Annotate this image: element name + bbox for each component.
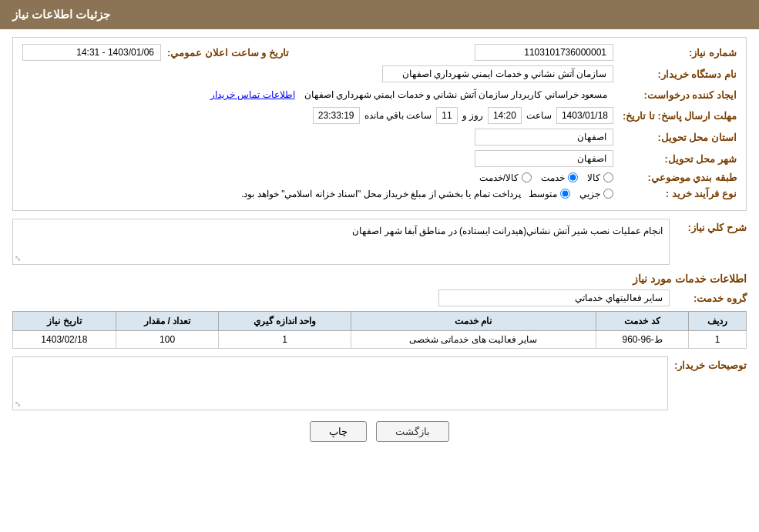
col-quantity: تعداد / مقدار (116, 312, 219, 331)
reply-deadline-label: مهلت ارسال پاسخ: تا تاريخ: (613, 110, 737, 122)
reply-deadline-row: مهلت ارسال پاسخ: تا تاريخ: 1403/01/18 سا… (22, 107, 737, 124)
reply-time-label: ساعت (522, 110, 556, 121)
category-radio-kalakhedmat[interactable] (522, 172, 532, 182)
need-desc-row: شرح کلي نياز: انجام عمليات نصب شير آتش ن… (12, 219, 747, 265)
category-option-khedmat: خدمت (541, 172, 578, 183)
main-content: شماره نياز: 1103101736000001 تاريخ و ساع… (0, 29, 759, 457)
need-number-label: شماره نياز: (613, 47, 737, 59)
col-row-num: رديف (689, 312, 747, 331)
reply-days: 11 (436, 107, 457, 124)
province-row: استان محل تحويل: اصفهان (22, 129, 737, 146)
purchase-type-label: نوع فرآيند خريد : (613, 188, 737, 199)
back-button[interactable]: بازگشت (376, 421, 449, 442)
need-desc-value: انجام عمليات نصب شير آتش نشاني(هيدرانت ا… (352, 226, 663, 236)
col-date: تاريخ نياز (13, 312, 116, 331)
service-group-label: گروه خدمت: (670, 293, 747, 304)
cell-unit: 1 (219, 331, 351, 349)
need-desc-box: انجام عمليات نصب شير آتش نشاني(هيدرانت ا… (12, 219, 670, 265)
reply-time: 14:20 (488, 107, 522, 124)
need-number-row: شماره نياز: 1103101736000001 تاريخ و ساع… (22, 44, 737, 61)
buyer-org-row: نام دستگاه خريدار: سازمان آتش نشاني و خد… (22, 65, 737, 82)
col-name: نام خدمت (351, 312, 596, 331)
buyer-desc-box: ⤡ (12, 356, 668, 410)
province-value: اصفهان (475, 129, 613, 146)
requester-row: ايجاد کننده درخواست: مسعود خراساني کاربر… (22, 87, 737, 102)
resize-icon-desc: ⤡ (15, 400, 21, 408)
table-row: 1 ط-96-960 سایر فعالیت های خدماتی شخصی 1… (13, 331, 747, 349)
city-row: شهر محل تحويل: اصفهان (22, 150, 737, 167)
purchase-type-radio-motavaset[interactable] (560, 189, 570, 199)
page-wrapper: جزئيات اطلاعات نياز شماره نياز: 11031017… (0, 0, 759, 532)
reply-remaining: 23:33:19 (313, 107, 360, 124)
cell-code: ط-96-960 (596, 331, 688, 349)
reply-date: 1403/01/18 (556, 107, 613, 124)
category-label: طبقه بندي موضوعي: (613, 172, 737, 183)
buyer-org-label: نام دستگاه خريدار: (613, 69, 737, 80)
col-code: کد خدمت (596, 312, 688, 331)
page-title: جزئيات اطلاعات نياز (12, 8, 110, 21)
category-row: طبقه بندي موضوعي: کالا خدمت کالا/خدمت (22, 172, 737, 183)
need-desc-label: شرح کلي نياز: (670, 219, 747, 233)
service-group-row: گروه خدمت: ساير فعاليتهاي خدماتي (12, 289, 747, 306)
city-value: اصفهان (475, 150, 613, 167)
services-title: اطلاعات خدمات مورد نياز (12, 273, 747, 285)
buyer-desc-label: توصيحات خريدار: (668, 356, 747, 371)
services-section: اطلاعات خدمات مورد نياز گروه خدمت: ساير … (12, 273, 747, 349)
purchase-type-row: نوع فرآيند خريد : جزيي متوسط پرداخت تمام… (22, 188, 737, 199)
purchase-type-label-motavaset: متوسط (529, 189, 557, 199)
announce-label: تاريخ و ساعت اعلان عمومي: (161, 47, 289, 59)
cell-name: سایر فعالیت های خدماتی شخصی (351, 331, 596, 349)
category-option-kala: کالا (587, 172, 613, 183)
col-unit: واحد اندازه گيري (219, 312, 351, 331)
requester-label: ايجاد کننده درخواست: (613, 89, 737, 101)
purchase-type-motavaset: متوسط (529, 189, 570, 199)
purchase-type-note: پرداخت تمام يا بخشي از مبلغ خريداز محل "… (241, 189, 529, 199)
print-button[interactable]: چاپ (310, 421, 367, 442)
category-label-kalakhedmat: کالا/خدمت (479, 172, 519, 183)
service-group-value: ساير فعاليتهاي خدماتي (438, 289, 670, 306)
services-table: رديف کد خدمت نام خدمت واحد اندازه گيري ت… (12, 311, 747, 349)
announce-value: 1403/01/06 - 14:31 (22, 44, 161, 61)
reply-days-label: روز و (458, 110, 488, 121)
buyer-org-value: سازمان آتش نشاني و خدمات ايمني شهرداري ا… (382, 65, 613, 82)
buyer-desc-section: توصيحات خريدار: ⤡ (12, 356, 747, 410)
category-radio-group: کالا خدمت کالا/خدمت (479, 172, 613, 183)
info-section: شماره نياز: 1103101736000001 تاريخ و ساع… (12, 37, 747, 211)
page-header: جزئيات اطلاعات نياز (0, 0, 759, 29)
category-label-khedmat: خدمت (541, 172, 565, 183)
cell-date: 1403/02/18 (13, 331, 116, 349)
purchase-type-label-jozi: جزيي (579, 189, 600, 199)
category-radio-kala[interactable] (603, 172, 613, 182)
category-label-kala: کالا (587, 172, 600, 183)
requester-value: مسعود خراساني کاربردار سازمان آتش نشاني … (298, 87, 613, 102)
category-radio-khedmat[interactable] (568, 172, 578, 182)
need-number-value: 1103101736000001 (475, 44, 613, 61)
resize-icon: ⤡ (15, 254, 21, 263)
buttons-row: بازگشت چاپ (12, 421, 747, 442)
requester-link[interactable]: اطلاعات تماس خريدار (207, 87, 298, 102)
category-option-kalakhedmat: کالا/خدمت (479, 172, 532, 183)
cell-quantity: 100 (116, 331, 219, 349)
city-label: شهر محل تحويل: (613, 153, 737, 165)
purchase-type-jozi: جزيي (579, 189, 613, 199)
purchase-type-radio-group: جزيي متوسط (529, 189, 613, 199)
province-label: استان محل تحويل: (613, 132, 737, 143)
reply-remaining-label: ساعت باقي مانده (360, 110, 437, 121)
table-header-row: رديف کد خدمت نام خدمت واحد اندازه گيري ت… (13, 312, 747, 331)
purchase-type-radio-jozi[interactable] (603, 189, 613, 199)
cell-row-num: 1 (689, 331, 747, 349)
